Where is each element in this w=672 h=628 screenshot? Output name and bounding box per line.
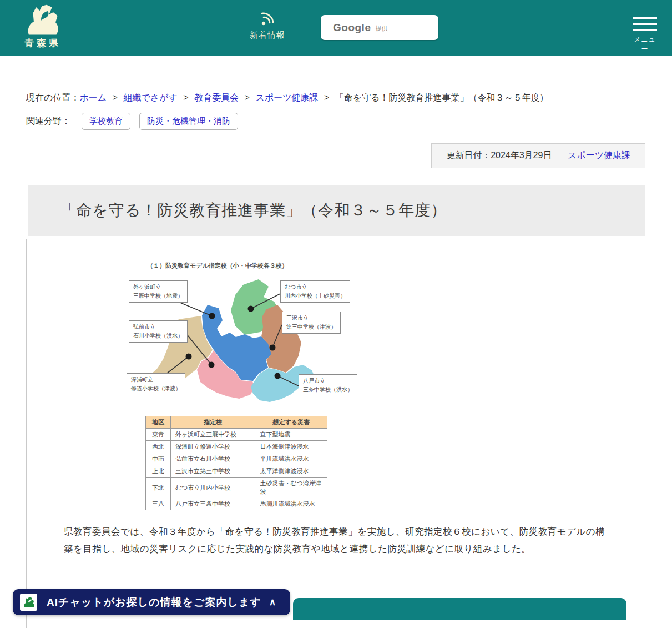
table-row: 中南 弘前市立石川小学校 平川流域洪水浸水 (146, 453, 327, 465)
table-row: 西北 深浦町立修道小学校 日本海側津波浸水 (146, 441, 327, 453)
update-row: 更新日付：2024年3月29日 スポーツ健康課 (26, 143, 645, 168)
breadcrumb-sports-health-division[interactable]: スポーツ健康課 (255, 93, 318, 102)
tag-disaster-prevention[interactable]: 防災・危機管理・消防 (139, 113, 238, 130)
table-row: 下北 むつ市立川内小学校 土砂災害・むつ湾岸津波 (146, 478, 327, 498)
breadcrumb-separator: > (324, 93, 329, 102)
table-row: 三八 八戸市立三条中学校 馬淵川流域洪水浸水 (146, 498, 327, 510)
breadcrumb-home[interactable]: ホーム (79, 93, 107, 102)
rss-icon (259, 10, 276, 27)
breadcrumb-label: 現在の位置： (26, 93, 79, 102)
map-label-mutsu: むつ市立 川内小学校（土砂災害） (280, 280, 350, 303)
table-row: 東青 外ヶ浜町立三厩中学校 直下型地震 (146, 429, 327, 441)
page-title: 「命を守る！防災教育推進事業」（令和３～５年度） (28, 185, 645, 236)
ai-chat-banner[interactable]: AIチャットがお探しの情報をご案内します ∧ (13, 589, 290, 615)
chevron-up-icon: ∧ (269, 596, 276, 608)
updated-date: 更新日付：2024年3月29日 (446, 150, 552, 160)
brand-home-link[interactable]: 青森県 (12, 4, 73, 49)
map-label-hachinohe: 八戸市立 三条中学校（洪水） (299, 374, 357, 396)
site-search-input[interactable]: Google 提供 (321, 15, 438, 40)
brand-name: 青森県 (12, 37, 73, 49)
tag-school-education[interactable]: 学校教育 (82, 113, 130, 130)
next-section-heading-bar (293, 598, 626, 620)
department-link[interactable]: スポーツ健康課 (568, 150, 630, 160)
site-header: 青森県 新着情報 Google 提供 メニュー (0, 0, 672, 56)
breadcrumb-separator: > (183, 93, 188, 102)
map-label-sotogahama: 外ヶ浜町立 三厩中学校（地震） (129, 280, 188, 303)
breadcrumb-org-search[interactable]: 組織でさがす (123, 93, 178, 102)
menu-button[interactable]: メニュー (632, 17, 658, 54)
breadcrumb-current-page: 「命を守る！防災教育推進事業」（令和３～５年度） (335, 93, 549, 102)
aomori-emblem-icon (21, 4, 64, 36)
related-fields-label: 関連分野： (26, 115, 70, 127)
search-provided-label: 提供 (375, 24, 387, 33)
model-school-table: 地区 指定校 想定する災害 東青 外ヶ浜町立三厩中学校 直下型地震 西北 深浦町… (145, 416, 327, 510)
aomori-map: 外ヶ浜町立 三厩中学校（地震） むつ市立 川内小学校（土砂災害） 弘前市立 石川… (127, 277, 360, 416)
table-row: 上北 三沢市立第三中学校 太平洋側津波浸水 (146, 465, 327, 478)
whats-new-label: 新着情報 (242, 30, 293, 41)
related-fields: 関連分野： 学校教育 防災・危機管理・消防 (26, 113, 646, 130)
article-content: （１）防災教育モデル指定校（小・中学校各３校） (26, 239, 645, 628)
breadcrumb-separator: > (113, 93, 118, 102)
breadcrumb-board-of-education[interactable]: 教育委員会 (194, 93, 239, 102)
col-school: 指定校 (170, 416, 255, 429)
col-disaster: 想定する災害 (255, 416, 327, 429)
breadcrumb-separator: > (245, 93, 250, 102)
map-label-hirosaki: 弘前市立 石川小学校（洪水） (129, 320, 188, 343)
model-school-figure: （１）防災教育モデル指定校（小・中学校各３校） (127, 262, 365, 510)
figure-heading: （１）防災教育モデル指定校（小・中学校各３校） (127, 262, 365, 270)
col-district: 地区 (146, 416, 171, 429)
article-paragraph: 県教育委員会では、令和３年度から「命を守る！防災教育推進事業」を実施し、研究指定… (64, 523, 606, 557)
menu-label: メニュー (632, 35, 658, 54)
google-logo: Google (333, 22, 371, 34)
aomori-emblem-green-icon (20, 594, 37, 611)
hamburger-icon (632, 17, 658, 31)
breadcrumb: 現在の位置：ホーム > 組織でさがす > 教育委員会 > スポーツ健康課 > 「… (26, 89, 632, 106)
update-box: 更新日付：2024年3月29日 スポーツ健康課 (431, 143, 645, 168)
map-label-misawa: 三沢市立 第三中学校（津波） (282, 312, 341, 334)
whats-new-link[interactable]: 新着情報 (242, 10, 293, 41)
map-label-fukaura: 深浦町立 修道小学校（津波） (127, 373, 185, 395)
ai-chat-label: AIチャットがお探しの情報をご案内します (47, 595, 261, 610)
table-header-row: 地区 指定校 想定する災害 (146, 416, 327, 429)
